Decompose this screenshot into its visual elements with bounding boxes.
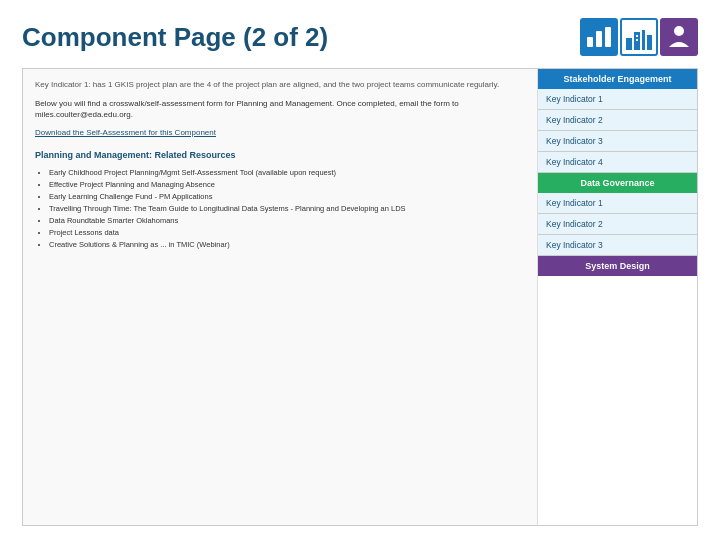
svg-rect-9 (636, 39, 638, 41)
sidebar-item[interactable]: Key Indicator 2 (538, 214, 697, 235)
svg-rect-7 (628, 35, 630, 37)
list-item: Early Learning Challenge Fund - PM Appli… (49, 191, 515, 203)
list-item: Data Roundtable Smarter Oklahomans (49, 215, 515, 227)
content-area: Key Indicator 1: has 1 GKIS project plan… (22, 68, 698, 526)
logo-s (580, 18, 618, 56)
page-container: Component Page (2 of 2) (0, 0, 720, 540)
sidebar-item[interactable]: Key Indicator 3 (538, 131, 697, 152)
sidebar-section-header: System Design (538, 256, 697, 276)
download-link[interactable]: Download the Self-Assessment for this Co… (35, 127, 515, 139)
svg-rect-1 (596, 31, 602, 47)
svg-rect-3 (626, 38, 632, 50)
svg-rect-0 (587, 37, 593, 47)
section-title: Planning and Management: Related Resourc… (35, 149, 515, 163)
sidebar-item[interactable]: Key Indicator 1 (538, 193, 697, 214)
list-item: Travelling Through Time: The Team Guide … (49, 203, 515, 215)
svg-rect-5 (642, 30, 645, 50)
svg-rect-2 (605, 27, 611, 47)
sidebar: Stakeholder EngagementKey Indicator 1Key… (537, 69, 697, 525)
page-title: Component Page (2 of 2) (22, 22, 328, 53)
sidebar-item[interactable]: Key Indicator 3 (538, 235, 697, 256)
sidebar-section-header: Data Governance (538, 173, 697, 193)
header: Component Page (2 of 2) (22, 18, 698, 56)
form-description: Below you will find a crosswalk/self-ass… (35, 98, 515, 120)
list-item: Creative Solutions & Planning as ... in … (49, 239, 515, 251)
logo-box (580, 18, 698, 56)
svg-point-10 (674, 26, 684, 36)
sidebar-item[interactable]: Key Indicator 2 (538, 110, 697, 131)
list-item: Project Lessons data (49, 227, 515, 239)
sidebar-section-header: Stakeholder Engagement (538, 69, 697, 89)
list-item: Effective Project Planning and Managing … (49, 179, 515, 191)
list-item: Early Childhood Project Planning/Mgmt Se… (49, 167, 515, 179)
svg-rect-6 (647, 35, 652, 50)
svg-rect-8 (636, 35, 638, 37)
logo-st (660, 18, 698, 56)
sidebar-item[interactable]: Key Indicator 1 (538, 89, 697, 110)
logo-m-icon (620, 18, 658, 56)
main-content: Key Indicator 1: has 1 GKIS project plan… (23, 69, 527, 525)
key-indicator-text: Key Indicator 1: has 1 GKIS project plan… (35, 79, 515, 90)
resource-list: Early Childhood Project Planning/Mgmt Se… (35, 167, 515, 251)
sidebar-item[interactable]: Key Indicator 4 (538, 152, 697, 173)
